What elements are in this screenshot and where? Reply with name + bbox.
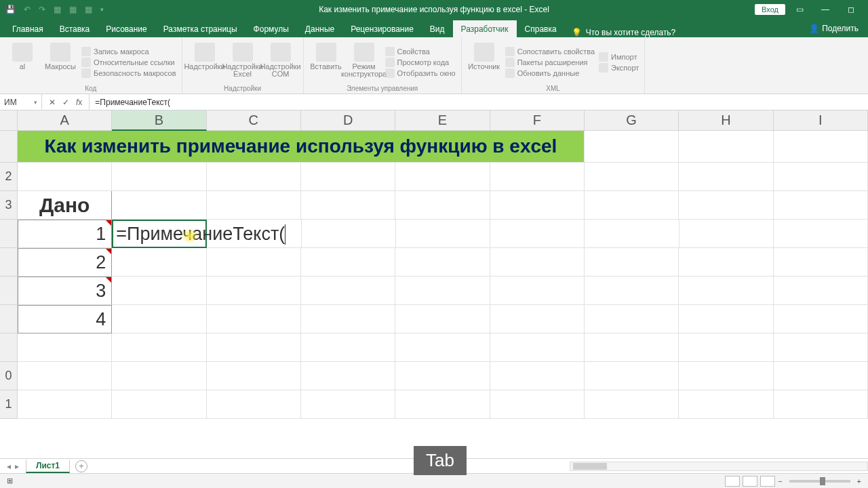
- data-cell[interactable]: 3: [18, 277, 112, 305]
- page-break-button[interactable]: [760, 476, 775, 487]
- cell[interactable]: [301, 163, 395, 191]
- cell[interactable]: [774, 277, 868, 305]
- cell[interactable]: [207, 191, 301, 220]
- macro-security-button[interactable]: Безопасность макросов: [81, 68, 176, 78]
- column-header[interactable]: D: [301, 110, 395, 131]
- share-button[interactable]: 👤 Поделить: [800, 20, 868, 37]
- cell[interactable]: [207, 305, 301, 333]
- cell[interactable]: [112, 362, 206, 390]
- worksheet[interactable]: ABCDEFGHI 2301 Как изменить примечание и…: [0, 110, 868, 476]
- addins-button[interactable]: Надстройки: [188, 40, 222, 84]
- qat-more-icon[interactable]: ▾: [100, 6, 104, 13]
- cell[interactable]: [301, 390, 395, 419]
- row-header[interactable]: 0: [0, 362, 18, 390]
- xml-source-button[interactable]: Источник: [467, 40, 501, 84]
- cell[interactable]: [490, 277, 585, 305]
- record-macro-button[interactable]: Запись макроса: [81, 47, 176, 56]
- cell[interactable]: [679, 248, 773, 277]
- tab-view[interactable]: Вид: [422, 20, 453, 37]
- cell[interactable]: [490, 390, 585, 419]
- excel-addins-button[interactable]: Надстройки Excel: [226, 40, 260, 84]
- cell[interactable]: [585, 220, 679, 248]
- row-header[interactable]: [0, 248, 18, 277]
- cell[interactable]: [585, 131, 679, 163]
- qat-icon[interactable]: ▦: [69, 5, 77, 14]
- macros-button[interactable]: Макросы: [43, 40, 77, 84]
- visual-basic-button[interactable]: al: [5, 40, 39, 84]
- row-header[interactable]: [0, 220, 18, 248]
- cell[interactable]: [490, 333, 585, 362]
- cell[interactable]: [679, 333, 773, 362]
- tab-developer[interactable]: Разработчик: [453, 20, 517, 37]
- login-button[interactable]: Вход: [755, 4, 785, 15]
- tab-insert[interactable]: Вставка: [52, 20, 98, 37]
- cancel-icon[interactable]: ✕: [49, 98, 56, 107]
- expansion-packs-button[interactable]: Пакеты расширения: [505, 58, 595, 67]
- cell[interactable]: [18, 163, 112, 191]
- cell[interactable]: [112, 191, 206, 220]
- cell[interactable]: [112, 163, 206, 191]
- tab-draw[interactable]: Рисование: [98, 20, 155, 37]
- prev-sheet-icon[interactable]: ◂: [7, 462, 11, 471]
- formula-input[interactable]: =ПримечаниеТекст(: [90, 98, 868, 107]
- cell[interactable]: [679, 277, 773, 305]
- row-header[interactable]: [0, 333, 18, 362]
- cell[interactable]: [774, 248, 868, 277]
- cell[interactable]: [207, 333, 301, 362]
- cell[interactable]: [490, 248, 585, 277]
- column-header[interactable]: F: [490, 110, 585, 131]
- zoom-slider[interactable]: [789, 480, 850, 483]
- cell[interactable]: [396, 220, 490, 248]
- cell[interactable]: [207, 248, 301, 277]
- add-sheet-button[interactable]: +: [75, 460, 87, 472]
- cell[interactable]: [585, 277, 679, 305]
- fx-icon[interactable]: fx: [76, 98, 82, 107]
- normal-view-button[interactable]: [725, 476, 740, 487]
- relative-refs-button[interactable]: Относительные ссылки: [81, 58, 176, 67]
- column-header[interactable]: G: [585, 110, 679, 131]
- cell[interactable]: [679, 390, 773, 419]
- cell[interactable]: [490, 220, 585, 248]
- cell[interactable]: [585, 191, 679, 220]
- cell[interactable]: [301, 191, 395, 220]
- cell[interactable]: [774, 191, 868, 220]
- cell[interactable]: [301, 362, 395, 390]
- tab-data[interactable]: Данные: [297, 20, 342, 37]
- maximize-icon[interactable]: ◻: [840, 2, 863, 17]
- undo-icon[interactable]: ↶: [24, 5, 31, 14]
- properties-button[interactable]: Свойства: [385, 47, 456, 56]
- cell[interactable]: [679, 131, 773, 163]
- cell[interactable]: [395, 248, 490, 277]
- ribbon-options-icon[interactable]: ▭: [788, 2, 811, 17]
- qat-icon[interactable]: ▦: [85, 5, 92, 14]
- tab-review[interactable]: Рецензирование: [342, 20, 422, 37]
- cell[interactable]: [395, 305, 490, 333]
- cell[interactable]: [112, 248, 206, 277]
- cell[interactable]: [774, 362, 868, 390]
- cell[interactable]: [490, 305, 585, 333]
- view-code-button[interactable]: Просмотр кода: [385, 58, 456, 67]
- row-header[interactable]: [0, 305, 18, 333]
- cell[interactable]: [679, 362, 773, 390]
- cell[interactable]: [18, 362, 112, 390]
- title-cell[interactable]: Как изменить примечание используя функци…: [18, 131, 585, 163]
- next-sheet-icon[interactable]: ▸: [15, 462, 19, 471]
- cell[interactable]: [112, 305, 206, 333]
- cell[interactable]: [207, 390, 301, 419]
- cell[interactable]: [112, 277, 206, 305]
- cell[interactable]: [774, 305, 868, 333]
- page-layout-button[interactable]: [743, 476, 757, 487]
- cell[interactable]: [207, 362, 301, 390]
- row-header[interactable]: 3: [0, 191, 18, 220]
- column-header[interactable]: E: [395, 110, 490, 131]
- cell[interactable]: [774, 163, 868, 191]
- cell[interactable]: [395, 163, 490, 191]
- column-header[interactable]: B: [112, 110, 206, 131]
- cell[interactable]: [207, 163, 301, 191]
- row-header[interactable]: [0, 277, 18, 305]
- com-addins-button[interactable]: Надстройки COM: [264, 40, 298, 84]
- horizontal-scrollbar[interactable]: [570, 462, 868, 471]
- cell[interactable]: [774, 390, 868, 419]
- tab-home[interactable]: Главная: [4, 20, 52, 37]
- row-header[interactable]: [0, 131, 18, 163]
